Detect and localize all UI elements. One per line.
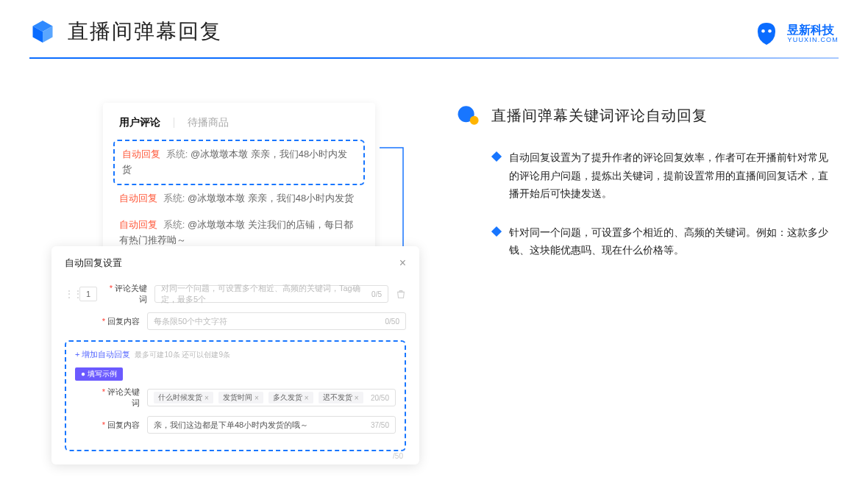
section-heading: 直播间弹幕关键词评论自动回复 bbox=[456, 103, 839, 128]
auto-reply-tag: 自动回复 bbox=[119, 219, 157, 230]
tab-user-comments[interactable]: 用户评论 bbox=[119, 116, 160, 129]
keyword-counter: 0/5 bbox=[371, 290, 382, 298]
main-area: 用户评论 待播商品 自动回复 系统: @冰墩墩本墩 亲亲，我们48小时内发货 自… bbox=[0, 59, 868, 302]
system-tag: 系统: bbox=[166, 148, 188, 159]
bullet-item: 自动回复设置为了提升作者的评论回复效率，作者可在开播前针对常见的评论用户问题，提… bbox=[456, 148, 839, 203]
auto-reply-tag: 自动回复 bbox=[119, 193, 157, 204]
ex-keyword-label: *评论关键词 bbox=[97, 387, 140, 409]
header-left: 直播间弹幕回复 bbox=[29, 18, 839, 46]
bullet-item: 针对同一个问题，可设置多个相近的、高频的关键词。例如：这款多少钱、这块能优惠吗、… bbox=[456, 223, 839, 259]
keyword-input[interactable]: 对同一个问题，可设置多个相近、高频的关键词，Tag确定，最多5个 0/5 bbox=[154, 285, 388, 303]
drag-handle-icon[interactable]: ⋮⋮ bbox=[65, 289, 72, 299]
example-keyword-row: *评论关键词 什么时候发货× 发货时间× 多久发货× 迟不发货× 20/50 bbox=[75, 387, 396, 409]
svg-point-6 bbox=[470, 116, 479, 125]
content-counter: 0/50 bbox=[385, 317, 399, 326]
tab-pending-goods[interactable]: 待播商品 bbox=[188, 116, 229, 129]
right-column: 直播间弹幕关键词评论自动回复 自动回复设置为了提升作者的评论回复效率，作者可在开… bbox=[405, 81, 839, 280]
tab-divider bbox=[174, 118, 174, 128]
diamond-bullet-icon bbox=[491, 226, 502, 236]
ex-keyword-input[interactable]: 什么时候发货× 发货时间× 多久发货× 迟不发货× 20/50 bbox=[147, 389, 396, 406]
page-title: 直播间弹幕回复 bbox=[68, 18, 222, 46]
svg-point-3 bbox=[762, 29, 766, 33]
system-tag: 系统: bbox=[163, 193, 185, 204]
delete-icon[interactable] bbox=[396, 289, 406, 299]
tag-chip[interactable]: 迟不发货× bbox=[319, 392, 363, 403]
auto-reply-settings-modal: 自动回复设置 × ⋮⋮ 1 *评论关键词 对同一个问题，可设置多个相近、高频的关… bbox=[51, 246, 419, 464]
page-header: 直播间弹幕回复 昱新科技 YUUXIN.COM bbox=[0, 0, 868, 46]
close-icon[interactable]: × bbox=[399, 256, 406, 270]
keyword-placeholder: 对同一个问题，可设置多个相近、高频的关键词，Tag确定，最多5个 bbox=[161, 283, 371, 305]
brand-text: 昱新科技 YUUXIN.COM bbox=[787, 24, 839, 43]
brand-logo-icon bbox=[753, 21, 780, 47]
modal-title: 自动回复设置 bbox=[65, 256, 122, 270]
auto-reply-tag: 自动回复 bbox=[122, 148, 160, 159]
example-content-row: *回复内容 亲，我们这边都是下单48小时内发货的哦～ 37/50 bbox=[75, 416, 396, 434]
modal-header: 自动回复设置 × bbox=[65, 256, 406, 270]
comment-tabs: 用户评论 待播商品 bbox=[103, 116, 375, 140]
diamond-bullet-icon bbox=[491, 151, 502, 162]
comment-row: 自动回复 系统: @冰墩墩本墩 亲亲，我们48小时内发货 bbox=[103, 185, 375, 212]
svg-point-4 bbox=[769, 29, 772, 33]
bullet-text: 自动回复设置为了提升作者的评论回复效率，作者可在开播前针对常见的评论用户问题，提… bbox=[509, 148, 833, 203]
keyword-label: *评论关键词 bbox=[104, 283, 147, 305]
section-title: 直播间弹幕关键词评论自动回复 bbox=[491, 106, 708, 126]
tag-chip[interactable]: 什么时候发货× bbox=[154, 392, 213, 403]
ex-keyword-counter: 20/50 bbox=[371, 394, 389, 402]
brand-name-en: YUUXIN.COM bbox=[787, 37, 839, 44]
ex-tags: 什么时候发货× 发货时间× 多久发货× 迟不发货× bbox=[154, 392, 366, 403]
form-row-keyword: ⋮⋮ 1 *评论关键词 对同一个问题，可设置多个相近、高频的关键词，Tag确定，… bbox=[65, 283, 406, 305]
tag-chip[interactable]: 多久发货× bbox=[268, 392, 313, 403]
ex-content-input[interactable]: 亲，我们这边都是下单48小时内发货的哦～ 37/50 bbox=[147, 416, 396, 434]
brand-name-cn: 昱新科技 bbox=[787, 24, 839, 37]
add-hint: 最多可建10条 还可以创建9条 bbox=[135, 350, 230, 360]
example-pill: ● 填写示例 bbox=[75, 367, 123, 381]
ex-content-counter: 37/50 bbox=[371, 421, 389, 429]
ex-content-label: *回复内容 bbox=[97, 420, 140, 431]
example-box: + 增加自动回复 最多可建10条 还可以创建9条 ● 填写示例 *评论关键词 什… bbox=[65, 340, 406, 451]
left-column: 用户评论 待播商品 自动回复 系统: @冰墩墩本墩 亲亲，我们48小时内发货 自… bbox=[29, 81, 405, 280]
content-label: *回复内容 bbox=[97, 316, 140, 327]
tag-chip[interactable]: 发货时间× bbox=[218, 392, 263, 403]
bullet-text: 针对同一个问题，可设置多个相近的、高频的关键词。例如：这款多少钱、这块能优惠吗、… bbox=[509, 223, 833, 259]
ex-content-value: 亲，我们这边都是下单48小时内发货的哦～ bbox=[154, 420, 308, 431]
comment-text: @冰墩墩本墩 亲亲，我们48小时内发货 bbox=[188, 193, 354, 204]
row-number: 1 bbox=[79, 287, 97, 301]
content-placeholder: 每条限50个中文字符 bbox=[154, 316, 227, 327]
chat-bubble-icon bbox=[456, 103, 481, 128]
system-tag: 系统: bbox=[163, 219, 185, 230]
overflow-counter-stub: /50 bbox=[393, 452, 403, 460]
add-auto-reply-link[interactable]: + 增加自动回复 最多可建10条 还可以创建9条 bbox=[75, 349, 396, 360]
cube-icon bbox=[29, 18, 56, 45]
comment-row-highlight: 自动回复 系统: @冰墩墩本墩 亲亲，我们48小时内发货 bbox=[113, 140, 365, 185]
form-row-content: *回复内容 每条限50个中文字符 0/50 bbox=[65, 312, 406, 330]
content-input[interactable]: 每条限50个中文字符 0/50 bbox=[147, 312, 406, 330]
brand-block: 昱新科技 YUUXIN.COM bbox=[753, 21, 839, 47]
